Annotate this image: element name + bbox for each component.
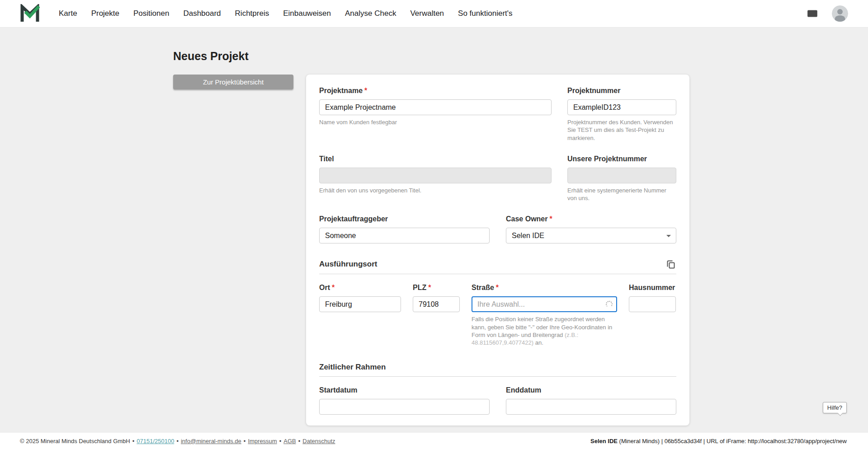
strasse-helper: Falls die Position keiner Straße zugeord… [472,315,617,346]
enddatum-input[interactable] [506,399,676,415]
form-row-name-number: Projektname* Name vom Kunden festlegbar … [319,86,676,142]
footer-link-phone[interactable]: 07151/250100 [137,438,174,444]
page-title: Neues Projekt [173,49,689,63]
nav-right-tools [805,5,848,22]
project-overview-button[interactable]: Zur Projektübersicht [173,75,293,89]
hausnummer-input[interactable] [629,296,676,312]
divider [319,376,676,377]
required-marker: * [364,87,367,94]
titel-helper: Erhält den von uns vorgegebenen Titel. [319,187,552,194]
nav-item-einbauweisen[interactable]: Einbauweisen [283,9,331,18]
footer-link-email[interactable]: info@mineral-minds.de [181,438,241,444]
strasse-label: Straße* [472,283,617,292]
ausfuehrungsort-title: Ausführungsort [319,259,377,269]
field-projektauftraggeber: Projektauftraggeber [319,215,490,243]
ort-input[interactable] [319,296,401,312]
startdatum-label: Startdatum [319,386,490,395]
projektauftraggeber-input[interactable] [319,228,490,243]
nav-item-richtpreis[interactable]: Richtpreis [235,9,269,18]
field-ort: Ort* [319,283,401,346]
chevron-down-icon [666,235,671,237]
logo-icon [20,4,40,23]
user-icon [832,5,848,22]
bullet-separator: • [176,438,179,444]
bullet-separator: • [298,438,301,444]
main-menu: Karte Projekte Positionen Dashboard Rich… [59,9,513,18]
mineral-minds-logo[interactable] [20,4,40,23]
footer-link-impressum[interactable]: Impressum [248,438,277,444]
required-marker: * [549,215,552,223]
unsere-projektnummer-label: Unsere Projektnummer [567,154,676,164]
field-enddatum: Enddatum [506,386,676,415]
nav-item-positionen[interactable]: Positionen [133,9,169,18]
field-case-owner: Case Owner* Selen IDE [506,215,676,243]
keyboard-icon[interactable] [805,8,820,19]
titel-label: Titel [319,154,552,164]
footer-link-agb[interactable]: AGB [283,438,296,444]
hausnummer-label: Hausnummer [629,283,676,292]
main-content: Neues Projekt Zur Projektübersicht Proje… [0,28,868,432]
field-plz: PLZ* [413,283,460,346]
case-owner-label: Case Owner* [506,215,676,224]
form-row-dates: Startdatum Enddatum [319,386,676,415]
session-info: Selen IDE (Mineral Minds) | 06b55ca3d34f… [590,438,847,444]
projektname-helper: Name vom Kunden festlegbar [319,118,552,126]
zeitlicher-rahmen-title: Zeitlicher Rahmen [319,362,386,372]
strasse-input[interactable] [472,296,617,312]
projektnummer-input[interactable] [567,99,676,115]
required-marker: * [332,284,335,291]
unsere-projektnummer-input [567,168,676,183]
field-projektname: Projektname* Name vom Kunden festlegbar [319,86,552,142]
projektname-label: Projektname* [319,86,552,95]
help-button[interactable]: Hilfe? [823,402,847,413]
bullet-separator: • [132,438,135,444]
nav-item-projekte[interactable]: Projekte [91,9,119,18]
top-nav: Karte Projekte Positionen Dashboard Rich… [0,0,868,28]
field-unsere-projektnummer: Unsere Projektnummer Erhält eine systemg… [567,154,676,202]
form-row-auftraggeber-owner: Projektauftraggeber Case Owner* Selen ID… [319,215,676,243]
field-strasse: Straße* Falls die Position keiner Straße… [472,283,617,346]
plz-label: PLZ* [413,283,460,292]
required-marker: * [428,284,431,291]
projektauftraggeber-label: Projektauftraggeber [319,215,490,224]
field-hausnummer: Hausnummer [629,283,676,346]
section-ausfuehrungsort: Ausführungsort [319,259,676,270]
projektname-input[interactable] [319,99,552,115]
copy-icon[interactable] [665,259,676,270]
copyright-text: © 2025 Mineral Minds Deutschland GmbH [20,438,130,444]
nav-item-dashboard[interactable]: Dashboard [183,9,221,18]
nav-item-karte[interactable]: Karte [59,9,77,18]
projektnummer-helper: Projektnummer des Kunden. Verwenden Sie … [567,118,676,142]
titel-input [319,168,552,183]
bullet-separator: • [279,438,282,444]
startdatum-input[interactable] [319,399,490,415]
field-titel: Titel Erhält den von uns vorgegebenen Ti… [319,154,552,202]
ort-label: Ort* [319,283,401,292]
footer-link-datenschutz[interactable]: Datenschutz [302,438,335,444]
form-row-titel-unsere: Titel Erhält den von uns vorgegebenen Ti… [319,154,676,202]
project-form-card: Projektname* Name vom Kunden festlegbar … [306,75,689,426]
divider [319,274,676,274]
nav-item-so-funktionierts[interactable]: So funktioniert's [458,9,512,18]
avatar[interactable] [832,5,848,22]
form-row-address: Ort* PLZ* Straße* Falls die Position k [319,283,676,346]
enddatum-label: Enddatum [506,386,676,395]
nav-item-verwalten[interactable]: Verwalten [410,9,444,18]
case-owner-value: Selen IDE [506,228,676,243]
section-zeitlicher-rahmen: Zeitlicher Rahmen [319,362,676,372]
bullet-separator: • [244,438,246,444]
session-details: (Mineral Minds) | 06b55ca3d34f | URL of … [618,438,847,444]
footer: © 2025 Mineral Minds Deutschland GmbH • … [0,432,868,449]
case-owner-select[interactable]: Selen IDE [506,228,676,243]
nav-item-analyse-check[interactable]: Analyse Check [345,9,396,18]
required-marker: * [496,284,499,291]
field-projektnummer: Projektnummer Projektnummer des Kunden. … [567,86,676,142]
footer-links: © 2025 Mineral Minds Deutschland GmbH • … [20,438,335,444]
plz-input[interactable] [413,296,460,312]
unsere-projektnummer-helper: Erhält eine systemgenerierte Nummer von … [567,187,676,202]
loading-spinner-icon [606,301,613,308]
projektnummer-label: Projektnummer [567,86,676,95]
session-user: Selen IDE [590,438,618,444]
field-startdatum: Startdatum [319,386,490,415]
